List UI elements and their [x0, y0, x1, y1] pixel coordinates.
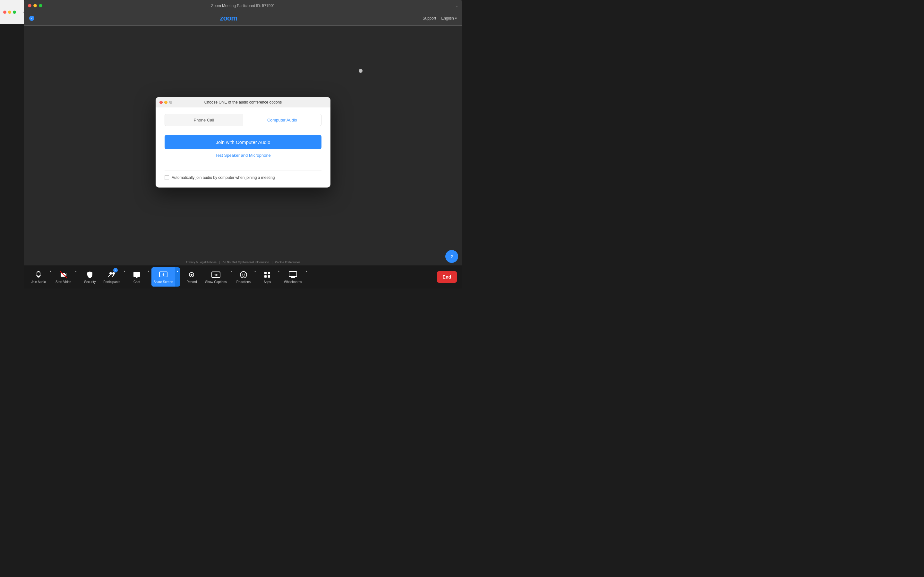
- zoom-window-title: Zoom Meeting Participant ID: 577901: [211, 3, 275, 8]
- participants-button[interactable]: 1 Participants: [102, 268, 122, 287]
- zoom-logo: zoom: [220, 14, 237, 23]
- apps-label: Apps: [264, 280, 271, 284]
- zoom-window-controls: ⌄: [456, 4, 458, 7]
- privacy-link[interactable]: Privacy & Legal Policies: [186, 261, 216, 264]
- join-audio-arrow-icon: ▲: [49, 270, 52, 273]
- start-video-group: Start Video ▲: [53, 268, 78, 287]
- computer-audio-tab[interactable]: Computer Audio: [243, 114, 321, 126]
- record-button[interactable]: Record: [181, 268, 202, 287]
- start-video-chevron[interactable]: ▲: [73, 268, 78, 287]
- browser-close-btn[interactable]: [3, 11, 6, 14]
- browser-minimize-btn[interactable]: [8, 11, 11, 14]
- chat-arrow-icon: ▲: [147, 270, 150, 273]
- zoom-footer: Privacy & Legal Policies | Do Not Sell M…: [24, 259, 462, 266]
- whiteboards-chevron[interactable]: ▲: [304, 268, 309, 287]
- whiteboards-group: Whiteboards ▲: [282, 268, 309, 287]
- participants-label: Participants: [103, 280, 120, 284]
- test-speaker-microphone-link[interactable]: Test Speaker and Microphone: [165, 153, 321, 158]
- reactions-icon: [239, 270, 248, 279]
- dialog-close-btn[interactable]: [160, 101, 163, 104]
- help-button[interactable]: ?: [445, 250, 458, 263]
- start-video-label: Start Video: [55, 280, 71, 284]
- phone-call-tab[interactable]: Phone Call: [165, 114, 243, 126]
- svg-rect-11: [264, 272, 267, 274]
- apps-chevron[interactable]: ▲: [276, 268, 281, 287]
- svg-rect-14: [268, 276, 270, 277]
- svg-point-5: [191, 274, 192, 276]
- reactions-button[interactable]: Reactions: [234, 268, 252, 287]
- audio-tab-switcher: Phone Call Computer Audio: [165, 114, 321, 126]
- share-screen-icon: [159, 270, 168, 279]
- start-video-arrow-icon: ▲: [74, 270, 77, 273]
- join-audio-label: Join Audio: [31, 280, 46, 284]
- svg-point-10: [244, 274, 245, 275]
- apps-button[interactable]: Apps: [258, 268, 276, 287]
- svg-point-1: [110, 272, 112, 275]
- share-screen-button[interactable]: Share Screen: [152, 268, 175, 287]
- chat-label: Chat: [134, 280, 140, 284]
- reactions-chevron[interactable]: ▲: [252, 268, 258, 287]
- zoom-topbar: ✓ zoom Support English ▾: [24, 11, 462, 26]
- captions-label: Show Captions: [205, 280, 226, 284]
- captions-group: CC Show Captions ▲: [203, 268, 234, 287]
- whiteboards-arrow-icon: ▲: [305, 270, 308, 273]
- browser-maximize-btn[interactable]: [13, 11, 16, 14]
- join-audio-button[interactable]: Join Audio: [29, 268, 48, 287]
- zoom-titlebar: Zoom Meeting Participant ID: 577901 ⌄: [24, 0, 462, 11]
- zoom-toolbar: Join Audio ▲ Start Video ▲: [24, 266, 462, 288]
- captions-icon: CC: [212, 270, 220, 279]
- support-link[interactable]: Support: [423, 16, 436, 21]
- svg-text:CC: CC: [214, 274, 218, 277]
- dialog-title: Choose ONE of the audio conference optio…: [204, 100, 282, 105]
- dialog-body: Phone Call Computer Audio Join with Comp…: [156, 107, 330, 187]
- reactions-label: Reactions: [236, 280, 250, 284]
- apps-group: Apps ▲: [258, 268, 281, 287]
- zoom-minimize-btn[interactable]: [33, 4, 37, 7]
- dialog-traffic-lights: [160, 101, 172, 104]
- do-not-sell-link[interactable]: Do Not Sell My Personal Information: [222, 261, 269, 264]
- chat-chevron[interactable]: ▲: [145, 268, 151, 287]
- chat-icon: [132, 270, 141, 279]
- end-meeting-button[interactable]: End: [437, 271, 457, 283]
- cursor: [359, 69, 363, 73]
- join-audio-group: Join Audio ▲: [29, 268, 53, 287]
- verify-icon: ✓: [31, 17, 33, 20]
- start-video-icon: [59, 270, 68, 279]
- zoom-close-btn[interactable]: [28, 4, 31, 7]
- security-icon: [86, 270, 94, 279]
- language-select[interactable]: English ▾: [441, 16, 457, 21]
- auto-join-checkbox[interactable]: [165, 175, 169, 180]
- collapse-icon[interactable]: ⌄: [456, 4, 458, 7]
- security-button[interactable]: Security: [79, 268, 101, 287]
- svg-text:?: ?: [451, 254, 453, 259]
- zoom-window: Zoom Meeting Participant ID: 577901 ⌄ ✓ …: [24, 0, 462, 288]
- participants-chevron[interactable]: ▲: [122, 268, 128, 287]
- svg-point-9: [242, 274, 243, 275]
- join-audio-chevron[interactable]: ▲: [48, 268, 53, 287]
- captions-chevron[interactable]: ▲: [229, 268, 234, 287]
- dialog-max-btn: [169, 101, 172, 104]
- audio-dialog: Choose ONE of the audio conference optio…: [156, 97, 330, 187]
- verify-badge: ✓: [29, 16, 34, 21]
- start-video-button[interactable]: Start Video: [53, 268, 73, 287]
- dialog-min-btn[interactable]: [164, 101, 168, 104]
- dialog-titlebar: Choose ONE of the audio conference optio…: [156, 97, 330, 107]
- join-audio-icon: [34, 270, 43, 279]
- join-computer-audio-button[interactable]: Join with Computer Audio: [165, 135, 321, 149]
- whiteboards-label: Whiteboards: [284, 280, 302, 284]
- svg-rect-15: [289, 271, 297, 277]
- svg-rect-12: [268, 272, 270, 274]
- show-captions-button[interactable]: CC Show Captions: [203, 268, 228, 287]
- participants-group: 1 Participants ▲: [102, 268, 127, 287]
- zoom-fullscreen-btn[interactable]: [39, 4, 42, 7]
- reactions-group: Reactions ▲: [234, 268, 258, 287]
- share-screen-chevron[interactable]: ▲: [175, 268, 180, 287]
- share-screen-arrow-icon: ▲: [176, 270, 179, 273]
- apps-arrow-icon: ▲: [278, 270, 280, 273]
- browser-traffic-lights: [3, 11, 16, 14]
- whiteboards-button[interactable]: Whiteboards: [282, 268, 304, 287]
- chat-button[interactable]: Chat: [128, 268, 145, 287]
- record-icon: [187, 270, 196, 279]
- help-icon: ?: [449, 253, 455, 259]
- cookie-prefs-link[interactable]: Cookie Preferences: [275, 261, 300, 264]
